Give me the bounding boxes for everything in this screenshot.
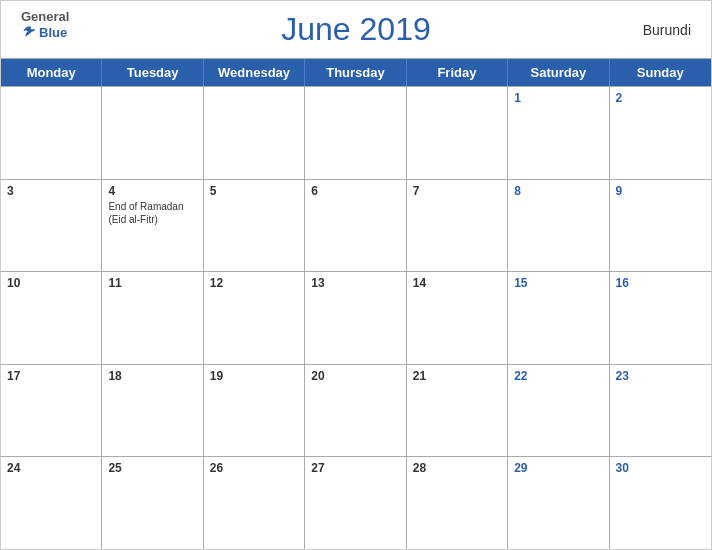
header-saturday: Saturday bbox=[508, 59, 609, 86]
day-number-7: 7 bbox=[413, 184, 420, 198]
day-number-10: 10 bbox=[7, 276, 20, 290]
week-row-5: 24252627282930 bbox=[1, 456, 711, 549]
calendar-header: General Blue June 2019 Burundi bbox=[1, 1, 711, 58]
day-cell-w2-d2: 4End of Ramadan (Eid al-Fitr) bbox=[102, 180, 203, 272]
day-cell-w5-d6: 29 bbox=[508, 457, 609, 549]
day-cell-w3-d6: 15 bbox=[508, 272, 609, 364]
day-number-15: 15 bbox=[514, 276, 527, 290]
week-row-1: 12 bbox=[1, 86, 711, 179]
day-number-2: 2 bbox=[616, 91, 623, 105]
day-number-19: 19 bbox=[210, 369, 223, 383]
calendar-grid: Monday Tuesday Wednesday Thursday Friday… bbox=[1, 58, 711, 549]
day-cell-w3-d2: 11 bbox=[102, 272, 203, 364]
day-number-4: 4 bbox=[108, 184, 115, 198]
day-number-6: 6 bbox=[311, 184, 318, 198]
day-number-26: 26 bbox=[210, 461, 223, 475]
week-row-2: 34End of Ramadan (Eid al-Fitr)56789 bbox=[1, 179, 711, 272]
day-number-25: 25 bbox=[108, 461, 121, 475]
day-cell-w2-d3: 5 bbox=[204, 180, 305, 272]
logo-blue-text: Blue bbox=[21, 24, 67, 40]
logo-general-text: General bbox=[21, 9, 69, 24]
day-cell-w5-d7: 30 bbox=[610, 457, 711, 549]
day-cell-w5-d1: 24 bbox=[1, 457, 102, 549]
day-number-18: 18 bbox=[108, 369, 121, 383]
day-cell-w1-d4 bbox=[305, 87, 406, 179]
day-cell-w2-d4: 6 bbox=[305, 180, 406, 272]
day-number-29: 29 bbox=[514, 461, 527, 475]
day-cell-w3-d3: 12 bbox=[204, 272, 305, 364]
day-cell-w1-d1 bbox=[1, 87, 102, 179]
day-cell-w4-d4: 20 bbox=[305, 365, 406, 457]
day-number-3: 3 bbox=[7, 184, 14, 198]
day-number-13: 13 bbox=[311, 276, 324, 290]
header-friday: Friday bbox=[407, 59, 508, 86]
day-cell-w4-d1: 17 bbox=[1, 365, 102, 457]
day-cell-w4-d7: 23 bbox=[610, 365, 711, 457]
day-cell-w2-d5: 7 bbox=[407, 180, 508, 272]
day-cell-w1-d6: 1 bbox=[508, 87, 609, 179]
day-cell-w5-d4: 27 bbox=[305, 457, 406, 549]
day-cell-w1-d5 bbox=[407, 87, 508, 179]
header-sunday: Sunday bbox=[610, 59, 711, 86]
event-text-4: End of Ramadan (Eid al-Fitr) bbox=[108, 200, 196, 226]
header-monday: Monday bbox=[1, 59, 102, 86]
day-number-27: 27 bbox=[311, 461, 324, 475]
day-number-9: 9 bbox=[616, 184, 623, 198]
day-number-14: 14 bbox=[413, 276, 426, 290]
header-tuesday: Tuesday bbox=[102, 59, 203, 86]
logo: General Blue bbox=[21, 9, 69, 40]
day-cell-w3-d7: 16 bbox=[610, 272, 711, 364]
day-cell-w5-d5: 28 bbox=[407, 457, 508, 549]
day-number-21: 21 bbox=[413, 369, 426, 383]
day-number-24: 24 bbox=[7, 461, 20, 475]
day-cell-w2-d6: 8 bbox=[508, 180, 609, 272]
header-wednesday: Wednesday bbox=[204, 59, 305, 86]
day-cell-w1-d3 bbox=[204, 87, 305, 179]
day-cell-w2-d1: 3 bbox=[1, 180, 102, 272]
calendar-container: General Blue June 2019 Burundi Monday Tu… bbox=[0, 0, 712, 550]
day-number-28: 28 bbox=[413, 461, 426, 475]
day-number-5: 5 bbox=[210, 184, 217, 198]
day-cell-w3-d1: 10 bbox=[1, 272, 102, 364]
days-header: Monday Tuesday Wednesday Thursday Friday… bbox=[1, 59, 711, 86]
day-cell-w2-d7: 9 bbox=[610, 180, 711, 272]
day-number-11: 11 bbox=[108, 276, 121, 290]
day-cell-w4-d3: 19 bbox=[204, 365, 305, 457]
day-number-23: 23 bbox=[616, 369, 629, 383]
day-number-20: 20 bbox=[311, 369, 324, 383]
day-cell-w4-d6: 22 bbox=[508, 365, 609, 457]
country-name: Burundi bbox=[643, 22, 691, 38]
day-number-16: 16 bbox=[616, 276, 629, 290]
day-number-12: 12 bbox=[210, 276, 223, 290]
day-cell-w5-d2: 25 bbox=[102, 457, 203, 549]
day-number-17: 17 bbox=[7, 369, 20, 383]
day-number-8: 8 bbox=[514, 184, 521, 198]
day-cell-w5-d3: 26 bbox=[204, 457, 305, 549]
day-cell-w1-d2 bbox=[102, 87, 203, 179]
header-thursday: Thursday bbox=[305, 59, 406, 86]
day-number-1: 1 bbox=[514, 91, 521, 105]
day-cell-w3-d4: 13 bbox=[305, 272, 406, 364]
weeks-container: 1234End of Ramadan (Eid al-Fitr)56789101… bbox=[1, 86, 711, 549]
month-title: June 2019 bbox=[281, 11, 430, 48]
day-number-22: 22 bbox=[514, 369, 527, 383]
logo-bird-icon bbox=[21, 24, 37, 40]
day-number-30: 30 bbox=[616, 461, 629, 475]
day-cell-w1-d7: 2 bbox=[610, 87, 711, 179]
week-row-4: 17181920212223 bbox=[1, 364, 711, 457]
week-row-3: 10111213141516 bbox=[1, 271, 711, 364]
day-cell-w4-d2: 18 bbox=[102, 365, 203, 457]
day-cell-w4-d5: 21 bbox=[407, 365, 508, 457]
title-area: June 2019 bbox=[281, 11, 430, 48]
day-cell-w3-d5: 14 bbox=[407, 272, 508, 364]
